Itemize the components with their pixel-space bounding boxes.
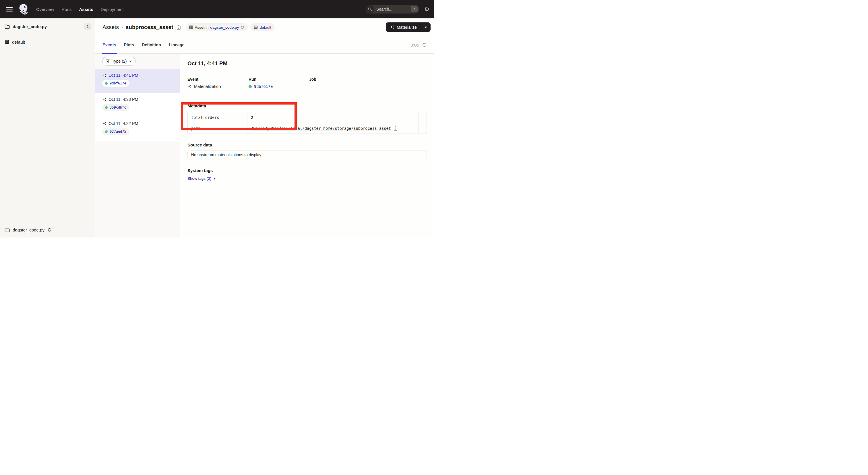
materialize-button[interactable]: Materialize xyxy=(386,25,421,30)
settings-gear-icon[interactable]: ⚙ xyxy=(424,6,429,12)
search-input[interactable]: Search... / xyxy=(366,5,419,13)
job-column-label: Job xyxy=(309,77,427,82)
primary-nav: Overview Runs Assets Deployment xyxy=(36,7,124,12)
metadata-actions-cell xyxy=(419,123,427,134)
materialization-sparkle-icon xyxy=(102,73,106,78)
nav-right-group: Search... / ⚙ xyxy=(366,5,429,13)
event-column-label: Event xyxy=(187,77,249,82)
run-status-dot xyxy=(105,82,107,85)
materialize-sparkle-icon xyxy=(390,25,394,30)
asset-in-label: Asset in xyxy=(195,25,209,30)
event-summary-columns: Event Materialization Run xyxy=(187,73,427,89)
main-panel: Assets › subprocess_asset xyxy=(95,19,434,237)
page-title: subprocess_asset xyxy=(126,24,174,30)
run-column-label: Run xyxy=(249,77,309,82)
event-column: Event Materialization xyxy=(187,77,249,89)
repo-link[interactable]: default xyxy=(259,25,271,30)
event-list-item[interactable]: Oct 11, 4:41 PM 9dbf617e xyxy=(95,69,180,93)
refresh-icon[interactable] xyxy=(422,42,427,48)
run-id-link[interactable]: 9dbf617e xyxy=(254,84,273,89)
asset-tabs: Events Plots Definition Lineage 0:05 xyxy=(95,36,434,53)
events-content: Type (2) Oct 11, 4:41 PM xyxy=(95,54,434,237)
metadata-table: total_orders 2 path /Users/yuhan/dev/loc… xyxy=(187,112,427,134)
sidebar-item-label: dagster_code.py xyxy=(12,24,47,29)
event-filter-bar: Type (2) xyxy=(95,54,180,69)
refresh-timer-group: 0:05 xyxy=(411,42,427,48)
copy-path-icon[interactable] xyxy=(394,126,398,131)
run-badge[interactable]: 637aed75 xyxy=(102,128,129,135)
tab-definition[interactable]: Definition xyxy=(142,36,161,53)
copy-asset-name-icon[interactable] xyxy=(177,25,181,30)
repo-grid-icon xyxy=(254,25,258,29)
job-column: Job — xyxy=(309,77,427,89)
asset-page-header: Assets › subprocess_asset xyxy=(95,19,434,54)
materialization-sparkle-icon xyxy=(102,121,106,126)
asset-location-badge[interactable]: Asset in dagster_code.py xyxy=(186,23,248,31)
sidebar-item-code-location[interactable]: dagster_code.py 1 xyxy=(0,19,95,35)
search-placeholder: Search... xyxy=(376,7,411,11)
sidebar-item-default-repo[interactable]: default xyxy=(0,35,95,49)
tab-events[interactable]: Events xyxy=(102,36,116,53)
run-id-link[interactable]: 359cdbfc xyxy=(110,106,126,110)
repo-grid-icon xyxy=(5,40,9,44)
hamburger-menu-icon[interactable] xyxy=(6,7,12,11)
code-location-link[interactable]: dagster_code.py xyxy=(210,25,239,30)
chevron-down-icon xyxy=(129,59,132,63)
folder-icon xyxy=(5,228,10,232)
materialization-sparkle-icon xyxy=(102,97,106,102)
search-shortcut-key: / xyxy=(411,6,417,12)
left-sidebar: dagster_code.py 1 default dagster_code.p… xyxy=(0,19,95,237)
materialization-sparkle-icon xyxy=(187,84,192,89)
repo-badge[interactable]: default xyxy=(250,23,275,31)
run-id-link[interactable]: 9dbf617e xyxy=(110,81,126,85)
sidebar-bottom-code-location[interactable]: dagster_code.py xyxy=(0,222,95,237)
event-list-item[interactable]: Oct 11, 4:33 PM 359cdbfc xyxy=(95,93,180,117)
show-tags-toggle[interactable]: Show tags (2) ▼ xyxy=(187,176,216,181)
reload-icon[interactable] xyxy=(241,26,244,29)
event-timestamp-link[interactable]: Oct 11, 4:22 PM xyxy=(108,121,138,126)
type-filter-label: Type (2) xyxy=(112,59,127,63)
caret-down-icon: ▼ xyxy=(213,177,216,180)
refresh-countdown: 0:05 xyxy=(411,42,419,48)
materialize-button-group: Materialize ▼ xyxy=(386,22,431,32)
materialize-dropdown-caret[interactable]: ▼ xyxy=(421,26,431,29)
event-detail-panel: Oct 11, 4:41 PM Event Materialization xyxy=(180,54,434,237)
reload-location-icon[interactable] xyxy=(48,228,52,232)
sidebar-item-label: default xyxy=(12,40,25,44)
tab-lineage[interactable]: Lineage xyxy=(169,36,185,53)
nav-item-runs[interactable]: Runs xyxy=(62,7,72,12)
nav-item-deployment[interactable]: Deployment xyxy=(101,7,124,12)
folder-icon xyxy=(5,24,10,29)
run-badge[interactable]: 9dbf617e xyxy=(102,80,129,87)
system-tags-heading: System tags xyxy=(187,168,427,173)
breadcrumb-separator: › xyxy=(121,24,123,30)
run-column: Run 9dbf617e xyxy=(249,77,309,89)
tab-plots[interactable]: Plots xyxy=(124,36,134,53)
event-type-value: Materialization xyxy=(194,84,221,89)
nav-item-assets[interactable]: Assets xyxy=(79,7,93,12)
breadcrumb: Assets › subprocess_asset xyxy=(95,19,434,36)
metadata-key: total_orders xyxy=(188,112,247,123)
search-icon xyxy=(366,5,374,13)
asset-grid-icon xyxy=(189,25,193,29)
event-list-panel: Type (2) Oct 11, 4:41 PM xyxy=(95,54,180,237)
event-timestamp-link[interactable]: Oct 11, 4:33 PM xyxy=(108,97,138,102)
source-data-heading: Source data xyxy=(187,143,427,147)
show-tags-label: Show tags (2) xyxy=(187,176,211,181)
source-data-empty-state: No upstream materializations to display. xyxy=(187,150,427,159)
run-badge[interactable]: 359cdbfc xyxy=(102,104,129,111)
dagster-logo[interactable] xyxy=(19,3,29,15)
metadata-path-link[interactable]: /Users/yuhan/dev/local/dagster_home/stor… xyxy=(251,126,391,131)
nav-item-overview[interactable]: Overview xyxy=(36,7,54,12)
metadata-row: path /Users/yuhan/dev/local/dagster_home… xyxy=(188,123,427,134)
event-timestamp-link[interactable]: Oct 11, 4:41 PM xyxy=(108,73,138,78)
filter-funnel-icon xyxy=(106,59,110,63)
metadata-key: path xyxy=(188,123,247,134)
type-filter-button[interactable]: Type (2) xyxy=(102,57,136,66)
breadcrumb-assets-link[interactable]: Assets xyxy=(102,24,119,30)
run-id-link[interactable]: 637aed75 xyxy=(110,129,126,133)
event-detail-heading: Oct 11, 4:41 PM xyxy=(187,54,427,67)
sidebar-item-label: dagster_code.py xyxy=(12,228,44,232)
event-list-item[interactable]: Oct 11, 4:22 PM 637aed75 xyxy=(95,117,180,141)
metadata-heading: Metadata xyxy=(187,103,427,108)
